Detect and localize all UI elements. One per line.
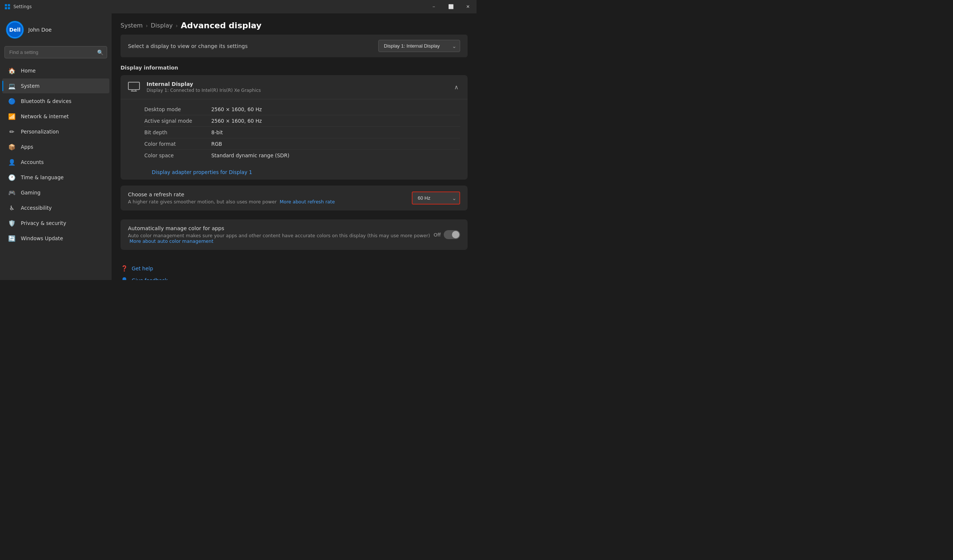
svg-rect-0 [5, 4, 7, 6]
svg-rect-6 [131, 91, 137, 92]
bottom-link-label-get_help: Get help [132, 265, 153, 271]
breadcrumb-display[interactable]: Display [151, 22, 172, 29]
nav-icon-home: 🏠 [8, 67, 16, 74]
nav-icon-accessibility: ♿ [8, 204, 16, 212]
nav-icon-system: 💻 [8, 82, 16, 90]
nav-icon-privacy: 🛡️ [8, 219, 16, 227]
refresh-rate-desc: A higher rate gives smoother motion, but… [128, 199, 412, 205]
nav-label-apps: Apps [21, 144, 33, 150]
sidebar-item-accessibility[interactable]: ♿ Accessibility [2, 200, 109, 215]
titlebar: Settings − ⬜ ✕ [0, 0, 476, 13]
auto-color-title: Automatically manage color for apps [128, 225, 434, 231]
collapse-button[interactable]: ∧ [453, 82, 460, 92]
app-icon [5, 4, 11, 10]
refresh-rate-section: Choose a refresh rate A higher rate give… [121, 186, 467, 213]
sidebar-item-home[interactable]: 🏠 Home [2, 63, 109, 78]
auto-color-link[interactable]: More about auto color management [129, 238, 214, 244]
auto-color-toggle[interactable] [444, 230, 460, 239]
display-subtitle: Display 1: Connected to Intel(R) Iris(R)… [147, 88, 261, 93]
display-info-title: Display information [121, 65, 467, 71]
sidebar-item-personalization[interactable]: ✏️ Personalization [2, 124, 109, 139]
nav-icon-apps: 📦 [8, 143, 16, 150]
nav-icon-network: 📶 [8, 113, 16, 120]
refresh-rate-left: Choose a refresh rate A higher rate give… [128, 191, 412, 205]
search-box: 🔍 [5, 46, 107, 58]
info-value: 8-bit [211, 129, 223, 135]
sidebar-item-bluetooth[interactable]: 🔵 Bluetooth & devices [2, 94, 109, 109]
display-info-header: Internal Display Display 1: Connected to… [121, 75, 467, 99]
window-controls: − ⬜ ✕ [425, 0, 476, 13]
sidebar: Dell John Doe 🔍 🏠 Home 💻 System 🔵 Blueto… [0, 13, 112, 280]
info-row: Bit depth 8-bit [144, 127, 460, 138]
auto-color-row: Automatically manage color for apps Auto… [121, 219, 467, 250]
refresh-rate-title: Choose a refresh rate [128, 191, 412, 197]
adapter-properties-link[interactable]: Display adapter properties for Display 1 [128, 166, 460, 177]
auto-color-desc: Auto color management makes sure your ap… [128, 233, 434, 244]
bottom-link-give_feedback[interactable]: 👤 Give feedback [121, 277, 467, 280]
refresh-rate-dropdown[interactable]: 60 Hz 48 Hz [412, 191, 460, 205]
sidebar-item-system[interactable]: 💻 System [2, 78, 109, 93]
display-info-card: Internal Display Display 1: Connected to… [121, 75, 467, 180]
display-info-text: Internal Display Display 1: Connected to… [147, 81, 261, 93]
nav-icon-gaming: 🎮 [8, 189, 16, 196]
user-section: Dell John Doe [0, 13, 112, 46]
auto-color-toggle-wrap: Off [434, 230, 460, 239]
monitor-icon [128, 82, 140, 93]
nav-icon-accounts: 👤 [8, 158, 16, 166]
avatar: Dell [6, 21, 24, 39]
nav-label-gaming: Gaming [21, 190, 40, 195]
bottom-link-get_help[interactable]: ❓ Get help [121, 265, 467, 272]
auto-color-left: Automatically manage color for apps Auto… [128, 225, 434, 244]
breadcrumb-system[interactable]: System [121, 22, 143, 29]
info-key: Color space [144, 152, 211, 158]
info-value: Standard dynamic range (SDR) [211, 152, 289, 158]
toggle-knob [452, 231, 459, 238]
nav-icon-time: 🕐 [8, 174, 16, 181]
sidebar-item-accounts[interactable]: 👤 Accounts [2, 155, 109, 169]
nav-label-time: Time & language [21, 174, 64, 180]
display-info-left: Internal Display Display 1: Connected to… [128, 81, 261, 93]
refresh-rate-row: Choose a refresh rate A higher rate give… [121, 186, 467, 211]
nav-label-personalization: Personalization [21, 129, 59, 135]
sidebar-item-time[interactable]: 🕐 Time & language [2, 170, 109, 185]
nav-icon-windows_update: 🔄 [8, 235, 16, 242]
breadcrumb-sep-1: › [146, 23, 148, 29]
display-selector-bar: Select a display to view or change its s… [121, 34, 467, 57]
nav-label-privacy: Privacy & security [21, 220, 66, 226]
sidebar-item-windows_update[interactable]: 🔄 Windows Update [2, 231, 109, 246]
auto-color-desc-text: Auto color management makes sure your ap… [128, 233, 430, 238]
sidebar-item-gaming[interactable]: 🎮 Gaming [2, 185, 109, 200]
sidebar-item-network[interactable]: 📶 Network & internet [2, 109, 109, 124]
breadcrumb: System › Display › Advanced display [112, 13, 476, 34]
page-title: Advanced display [181, 21, 261, 30]
info-row: Color format RGB [144, 138, 460, 150]
close-button[interactable]: ✕ [459, 0, 476, 13]
user-name: John Doe [28, 27, 52, 33]
refresh-rate-link[interactable]: More about refresh rate [280, 199, 335, 205]
info-key: Color format [144, 141, 211, 147]
info-key: Desktop mode [144, 106, 211, 112]
sidebar-item-privacy[interactable]: 🛡️ Privacy & security [2, 216, 109, 231]
bottom-link-icon-give_feedback: 👤 [121, 277, 128, 280]
info-value: 2560 × 1600, 60 Hz [211, 106, 262, 112]
auto-color-section: Automatically manage color for apps Auto… [121, 219, 467, 253]
search-input[interactable] [5, 46, 107, 58]
display-info-section: Display information Internal Display [121, 65, 467, 180]
nav-label-network: Network & internet [21, 113, 69, 119]
app-title: Settings [13, 4, 32, 9]
maximize-button[interactable]: ⬜ [442, 0, 459, 13]
dell-logo: Dell [7, 22, 23, 38]
search-icon: 🔍 [97, 50, 103, 56]
svg-rect-2 [5, 7, 7, 9]
app-container: Dell John Doe 🔍 🏠 Home 💻 System 🔵 Blueto… [0, 13, 476, 280]
nav-label-system: System [21, 83, 39, 89]
display-selector-dropdown[interactable]: Display 1: Internal Display [378, 40, 460, 52]
nav-label-windows_update: Windows Update [21, 235, 63, 241]
info-row: Color space Standard dynamic range (SDR) [144, 150, 460, 161]
info-value: RGB [211, 141, 222, 147]
minimize-button[interactable]: − [425, 0, 442, 13]
sidebar-item-apps[interactable]: 📦 Apps [2, 140, 109, 154]
content-area: System › Display › Advanced display Sele… [112, 13, 476, 280]
nav-icon-bluetooth: 🔵 [8, 98, 16, 105]
auto-color-toggle-label: Off [434, 232, 441, 237]
